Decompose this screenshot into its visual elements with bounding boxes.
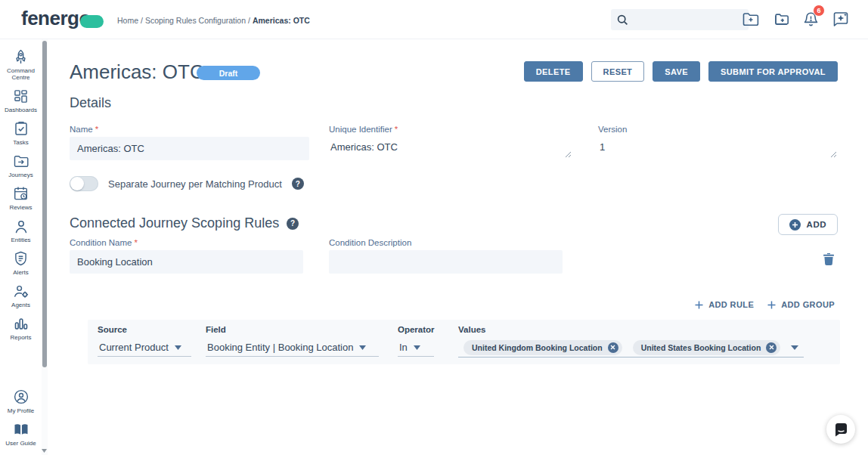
remove-value-button[interactable]	[766, 342, 777, 353]
add-rule-button[interactable]: ADD RULE	[695, 300, 754, 309]
sidebar-item-label: Entities	[11, 237, 30, 243]
notifications-button[interactable]: 6	[802, 11, 820, 28]
sidebar-item-alerts[interactable]: Alerts	[1, 250, 42, 276]
chevron-down-icon	[414, 345, 420, 350]
assistant-button[interactable]	[832, 11, 850, 28]
breadcrumb: Home/Scoping Rules Configuration/America…	[117, 16, 310, 25]
submit-for-approval-button[interactable]: SUBMIT FOR APPROVAL	[708, 61, 838, 82]
scrollbar-thumb[interactable]	[42, 41, 47, 367]
sidebar-item-label: Alerts	[13, 269, 28, 276]
unique-identifier-textarea[interactable]: Americas: OTC	[329, 137, 573, 160]
resize-handle-icon[interactable]	[565, 151, 572, 158]
sidebar-item-label: Reviews	[9, 204, 32, 211]
sidebar-item-label: Reports	[10, 334, 31, 341]
breadcrumb-separator: /	[248, 16, 250, 25]
rule-actions: ADD RULE ADD GROUP	[695, 300, 835, 309]
sidebar-item-agents[interactable]: Agents	[1, 283, 42, 308]
delete-button[interactable]: DELETE	[524, 61, 583, 82]
scoping-rule-row: Source Current Product Field Booking Ent…	[88, 320, 840, 364]
value-chip: United Kingdom Booking Location	[463, 340, 622, 355]
sidebar-item-entities[interactable]: Entities	[1, 218, 42, 243]
new-journey-button[interactable]	[772, 11, 789, 28]
add-group-label: ADD GROUP	[781, 300, 835, 309]
delete-condition-button[interactable]	[823, 253, 834, 265]
help-icon[interactable]: ?	[292, 178, 304, 190]
sidebar-item-reviews[interactable]: Reviews	[1, 185, 42, 211]
global-search[interactable]	[611, 9, 749, 30]
field-label: Field	[206, 325, 226, 334]
chat-widget-button[interactable]	[826, 415, 855, 444]
resize-handle-icon[interactable]	[830, 151, 837, 158]
clipboard-check-icon	[14, 120, 28, 137]
sidebar-item-dashboards[interactable]: Dashboards	[1, 88, 42, 113]
required-asterisk: *	[395, 125, 398, 134]
field-select[interactable]: Booking Entity | Booking Location	[206, 339, 379, 357]
breadcrumb-home[interactable]: Home	[117, 16, 138, 25]
dashboard-grid-icon	[14, 88, 28, 104]
folders-plus-icon	[772, 12, 789, 27]
sidebar-scrollbar[interactable]	[42, 39, 48, 455]
condition-description-label: Condition Description	[329, 238, 411, 247]
scoping-rules-heading: Connected Journey Scoping Rules ?	[70, 215, 299, 231]
folder-arrow-icon	[14, 153, 29, 169]
chat-bubble-icon	[833, 422, 849, 438]
folder-plus-icon	[742, 12, 759, 26]
add-group-button[interactable]: ADD GROUP	[767, 300, 835, 309]
rocket-icon	[14, 48, 28, 65]
operator-label: Operator	[398, 325, 435, 334]
trash-icon	[823, 253, 834, 265]
main-content: Americas: OTC Draft DELETE RESET SAVE SU…	[48, 39, 868, 455]
operator-value: In	[399, 342, 408, 353]
person-icon	[14, 218, 28, 234]
sidebar-item-tasks[interactable]: Tasks	[1, 120, 42, 146]
add-condition-button[interactable]: ADD	[778, 214, 838, 235]
condition-name-input[interactable]	[70, 250, 303, 274]
sidebar-item-label: Command Centre	[2, 67, 40, 81]
details-heading: Details	[70, 95, 111, 111]
sidebar-item-label: Tasks	[13, 139, 28, 146]
chevron-down-icon	[359, 345, 366, 350]
operator-select[interactable]: In	[398, 339, 434, 357]
reset-button[interactable]: RESET	[591, 61, 645, 82]
condition-description-input[interactable]	[329, 250, 563, 274]
version-textarea[interactable]: 1	[598, 137, 836, 160]
plus-circle-icon	[789, 219, 801, 231]
remove-value-button[interactable]	[608, 342, 618, 353]
logo-pill-icon	[80, 15, 104, 28]
field-value: Booking Entity | Booking Location	[207, 342, 353, 353]
sidebar-item-my-profile[interactable]: My Profile	[1, 388, 42, 414]
save-button[interactable]: SAVE	[653, 61, 700, 82]
person-gear-icon	[14, 283, 29, 299]
status-badge: Draft	[197, 66, 260, 80]
sidebar-item-label: Journeys	[8, 172, 33, 178]
new-case-button[interactable]	[742, 11, 759, 28]
condition-name-label: Condition Name*	[70, 238, 138, 247]
sidebar-item-journeys[interactable]: Journeys	[1, 153, 42, 178]
page-actions: DELETE RESET SAVE SUBMIT FOR APPROVAL	[524, 61, 838, 82]
breadcrumb-scoping-rules[interactable]: Scoping Rules Configuration	[145, 16, 246, 25]
search-input[interactable]	[628, 9, 749, 30]
separate-journey-toggle[interactable]	[70, 176, 98, 191]
sidebar-item-label: Agents	[11, 302, 30, 308]
values-multiselect[interactable]: United Kingdom Booking Location United S…	[458, 338, 804, 358]
toggle-knob	[70, 177, 84, 190]
profile-circle-icon	[14, 388, 29, 405]
name-label: Name*	[70, 125, 98, 134]
scrollbar-down-arrow-icon[interactable]	[42, 449, 48, 453]
top-header: fenergo Home/Scoping Rules Configuration…	[0, 0, 868, 39]
sidebar-item-user-guide[interactable]: User Guide	[1, 421, 42, 447]
plus-icon	[767, 301, 776, 309]
sidebar-item-command-centre[interactable]: Command Centre	[1, 48, 42, 81]
separate-journey-toggle-label: Separate Journey per Matching Product	[108, 178, 282, 190]
notification-count-badge: 6	[813, 5, 825, 17]
fenergo-logo[interactable]: fenergo	[21, 7, 104, 30]
values-label: Values	[458, 325, 485, 334]
sidebar-item-reports[interactable]: Reports	[1, 315, 42, 341]
page-title: Americas: OTC	[70, 60, 204, 84]
help-icon[interactable]: ?	[287, 218, 299, 230]
unique-identifier-label: Unique Identifier*	[329, 125, 398, 134]
name-input[interactable]	[70, 137, 309, 160]
add-rule-label: ADD RULE	[708, 300, 754, 309]
source-select[interactable]: Current Product	[98, 339, 191, 357]
chevron-down-icon[interactable]	[791, 345, 798, 350]
